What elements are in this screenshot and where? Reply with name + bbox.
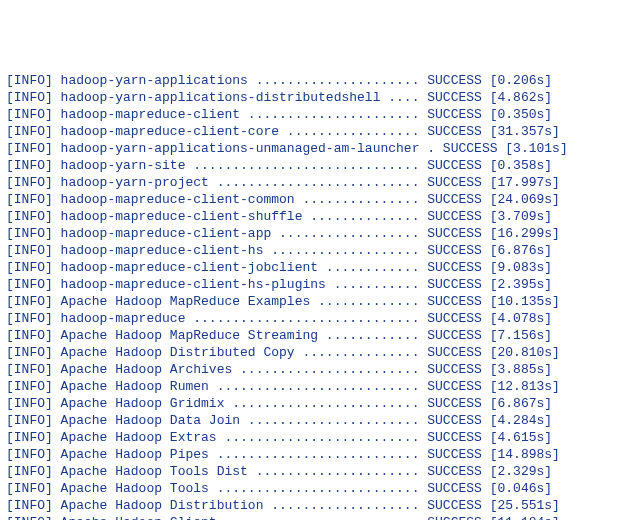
build-line: [INFO] hadoop-mapreduce-client-jobclient… <box>6 259 630 276</box>
build-line: [INFO] Apache Hadoop Pipes .............… <box>6 446 630 463</box>
build-line: [INFO] hadoop-mapreduce-client-shuffle .… <box>6 208 630 225</box>
build-line: [INFO] hadoop-mapreduce-client-core ....… <box>6 123 630 140</box>
build-line: [INFO] Apache Hadoop Extras ............… <box>6 429 630 446</box>
build-line: [INFO] hadoop-mapreduce-client-hs ......… <box>6 242 630 259</box>
build-line: [INFO] Apache Hadoop Gridmix ...........… <box>6 395 630 412</box>
build-line: [INFO] Apache Hadoop Archives ..........… <box>6 361 630 378</box>
build-line: [INFO] hadoop-mapreduce-client .........… <box>6 106 630 123</box>
build-line: [INFO] hadoop-yarn-applications ........… <box>6 72 630 89</box>
build-output: [INFO] hadoop-yarn-applications ........… <box>6 72 630 520</box>
build-line: [INFO] hadoop-mapreduce ................… <box>6 310 630 327</box>
build-line: [INFO] Apache Hadoop Data Join .........… <box>6 412 630 429</box>
build-line: [INFO] Apache Hadoop Tools Dist ........… <box>6 463 630 480</box>
build-line: [INFO] Apache Hadoop Rumen .............… <box>6 378 630 395</box>
build-line: [INFO] Apache Hadoop Distribution ......… <box>6 497 630 514</box>
build-line: [INFO] hadoop-yarn-site ................… <box>6 157 630 174</box>
build-line: [INFO] hadoop-mapreduce-client-app .....… <box>6 225 630 242</box>
build-line: [INFO] hadoop-mapreduce-client-common ..… <box>6 191 630 208</box>
build-line: [INFO] hadoop-yarn-applications-distribu… <box>6 89 630 106</box>
build-line: [INFO] hadoop-mapreduce-client-hs-plugin… <box>6 276 630 293</box>
build-line: [INFO] Apache Hadoop MapReduce Streaming… <box>6 327 630 344</box>
build-line: [INFO] Apache Hadoop Distributed Copy ..… <box>6 344 630 361</box>
build-line: [INFO] Apache Hadoop MapReduce Examples … <box>6 293 630 310</box>
build-line: [INFO] hadoop-yarn-project .............… <box>6 174 630 191</box>
build-line: [INFO] Apache Hadoop Tools .............… <box>6 480 630 497</box>
build-line: [INFO] hadoop-yarn-applications-unmanage… <box>6 140 630 157</box>
build-line: [INFO] Apache Hadoop Client ............… <box>6 514 630 520</box>
